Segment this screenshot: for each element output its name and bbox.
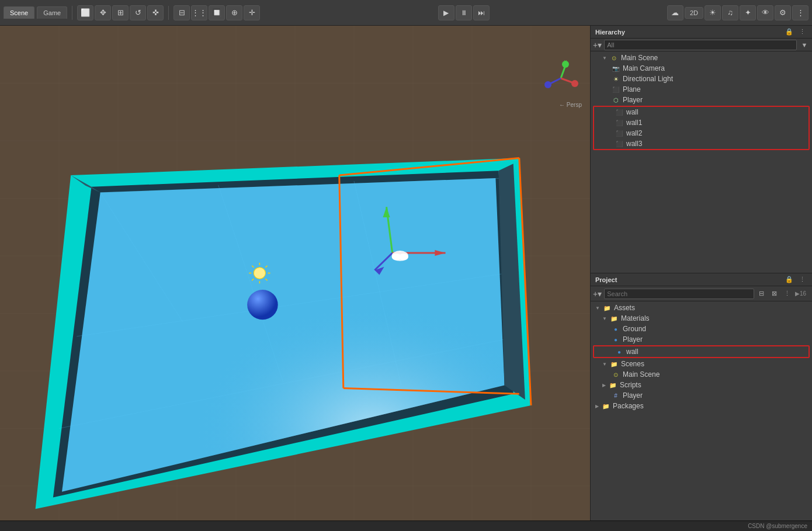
mesh-icon-plane: ⬛ [612, 85, 620, 93]
expand-icon-assets: ▼ [595, 306, 600, 311]
tab-scene[interactable]: Scene [4, 6, 34, 19]
collab-btn[interactable]: ☁ [667, 5, 683, 20]
proj-item-scenes[interactable]: ▼ 📁 Scenes [591, 359, 812, 369]
mesh-icon-wall: ⬛ [615, 108, 623, 116]
audio-btn[interactable]: ♫ [722, 5, 738, 20]
camera-icon: 📷 [612, 64, 620, 72]
project-add-btn[interactable]: +▾ [593, 289, 602, 299]
rect-btn[interactable]: ⊞ [112, 5, 129, 20]
folder-icon-materials: 📁 [610, 314, 618, 322]
hier-item-main-scene[interactable]: ▼ ⊙ Main Scene [591, 53, 812, 63]
project-title: Project [595, 276, 780, 283]
light-btn[interactable]: ☀ [705, 5, 721, 20]
rotate-btn[interactable]: ↺ [130, 5, 146, 20]
hier-label-plane: Plane [623, 85, 641, 93]
svg-text:Y: Y [564, 60, 567, 64]
hier-label-wall1: wall1 [626, 119, 642, 127]
svg-point-41 [254, 268, 265, 279]
proj-item-player-script[interactable]: # Player [591, 390, 812, 401]
hier-item-plane[interactable]: ⬛ Plane [591, 84, 812, 95]
hier-label-main-camera: Main Camera [623, 64, 665, 72]
play-button[interactable]: ▶ [438, 5, 454, 20]
scale-btn[interactable]: ✜ [147, 5, 164, 20]
snap-btn[interactable]: ⋮⋮ [191, 5, 207, 20]
scene-icon-asset: ⊙ [612, 370, 620, 379]
hierarchy-more-btn[interactable]: ⋮ [797, 27, 807, 37]
hierarchy-add-btn[interactable]: +▾ [593, 40, 602, 50]
project-header-icons: 🔒 ⋮ [784, 275, 807, 285]
main-area: Y X Z ← Persp Hierarchy 🔒 [0, 26, 812, 520]
proj-label-wall-mat: wall [626, 348, 639, 356]
hier-item-main-camera[interactable]: 📷 Main Camera [591, 63, 812, 74]
material-icon-wall: ● [615, 348, 623, 356]
status-bar: CSDN @submergence [0, 520, 812, 531]
mesh-icon-wall3: ⬛ [615, 140, 623, 148]
proj-item-player-mat[interactable]: ● Player [591, 334, 812, 345]
tool-group-mid: ⊟ ⋮⋮ 🔲 ⊕ ✛ [173, 5, 260, 20]
material-icon-ground: ● [612, 325, 620, 333]
svg-text:X: X [574, 82, 577, 86]
proj-item-scripts[interactable]: ▶ 📁 Scripts [591, 380, 812, 390]
project-search-input[interactable] [604, 289, 754, 299]
step-button[interactable]: ⏭ [473, 5, 490, 20]
project-icon-btn3[interactable]: ⋮ [782, 289, 793, 299]
hierarchy-title: Hierarchy [595, 29, 780, 36]
pivot-btn[interactable]: ✛ [244, 5, 260, 20]
hier-item-wall2[interactable]: ⬛ wall2 [594, 128, 808, 138]
proj-item-assets[interactable]: ▼ 📁 Assets [591, 303, 812, 313]
hide-btn[interactable]: 👁 [757, 5, 773, 20]
project-icon-btn2[interactable]: ⊠ [769, 289, 780, 299]
right-panel: Hierarchy 🔒 ⋮ +▾ All ▼ ▼ ⊙ Main Scene [590, 26, 812, 520]
effects-btn[interactable]: ✦ [740, 5, 756, 20]
grid-btn[interactable]: ⊟ [173, 5, 190, 20]
hierarchy-lock-btn[interactable]: 🔒 [784, 27, 794, 37]
proj-item-main-scene-asset[interactable]: ⊙ Main Scene [591, 369, 812, 380]
csdn-watermark: CSDN @submergence [748, 523, 807, 529]
proj-label-scripts: Scripts [620, 381, 641, 389]
more-btn[interactable]: ⋮ [792, 5, 808, 20]
hierarchy-search[interactable]: All [604, 40, 797, 50]
proj-item-packages[interactable]: ▶ 📁 Packages [591, 401, 812, 411]
hier-label-main-scene: Main Scene [621, 54, 658, 62]
hier-item-wall1[interactable]: ⬛ wall1 [594, 117, 808, 128]
hier-item-player[interactable]: ⬡ Player [591, 95, 812, 105]
scene-gizmo: Y X Z [537, 55, 584, 102]
hierarchy-filter-btn[interactable]: ▼ [799, 40, 810, 50]
wall-selection-box: ⬛ wall ⬛ wall1 ⬛ wall2 ⬛ wall3 [593, 106, 810, 150]
scene-canvas [0, 26, 590, 520]
move-btn[interactable]: ✥ [95, 5, 111, 20]
2d-btn[interactable]: 2D [685, 7, 703, 19]
hierarchy-content: ▼ ⊙ Main Scene 📷 Main Camera ☀ Direction… [591, 51, 812, 273]
hier-item-wall3[interactable]: ⬛ wall3 [594, 138, 808, 149]
tool-group-left: ⬜ ✥ ⊞ ↺ ✜ [77, 5, 164, 20]
project-lock-btn[interactable]: 🔒 [784, 275, 794, 285]
wall-mat-selection-box: ● wall [593, 345, 810, 358]
gizmos-btn[interactable]: ⚙ [775, 5, 791, 20]
script-icon-player: # [612, 391, 620, 400]
transform-btn[interactable]: ⬜ [77, 5, 93, 20]
proj-item-ground[interactable]: ● Ground [591, 324, 812, 334]
top-toolbar: Scene Game ⬜ ✥ ⊞ ↺ ✜ ⊟ ⋮⋮ 🔲 ⊕ ✛ ▶ ⏸ ⏭ ☁ … [0, 0, 812, 26]
hier-label-wall3: wall3 [626, 140, 642, 148]
project-toolbar: +▾ ⊟ ⊠ ⋮ ▶16 [591, 286, 812, 301]
proj-label-player-mat: Player [623, 335, 643, 343]
hier-item-directional-light[interactable]: ☀ Directional Light [591, 74, 812, 84]
hier-item-wall[interactable]: ⬛ wall [594, 107, 808, 117]
project-icon-btn1[interactable]: ⊟ [757, 289, 767, 299]
scene-btn[interactable]: 🔲 [209, 5, 225, 20]
mesh-icon-wall2: ⬛ [615, 129, 623, 137]
svg-point-52 [399, 254, 408, 261]
material-icon-player: ● [612, 335, 620, 343]
global-btn[interactable]: ⊕ [226, 5, 242, 20]
proj-item-materials[interactable]: ▼ 📁 Materials [591, 313, 812, 324]
project-panel: Project 🔒 ⋮ +▾ ⊟ ⊠ ⋮ ▶16 ▼ 📁 Assets [591, 273, 812, 520]
expand-icon-scenes: ▼ [602, 362, 607, 367]
svg-text:Z: Z [547, 83, 550, 87]
hierarchy-search-placeholder: All [607, 41, 614, 48]
project-more-btn[interactable]: ⋮ [797, 275, 807, 285]
pause-button[interactable]: ⏸ [456, 5, 472, 20]
proj-label-materials: Materials [621, 314, 650, 322]
proj-item-wall-mat[interactable]: ● wall [594, 346, 808, 357]
scene-view[interactable]: Y X Z ← Persp [0, 26, 590, 520]
tab-game[interactable]: Game [37, 6, 67, 19]
